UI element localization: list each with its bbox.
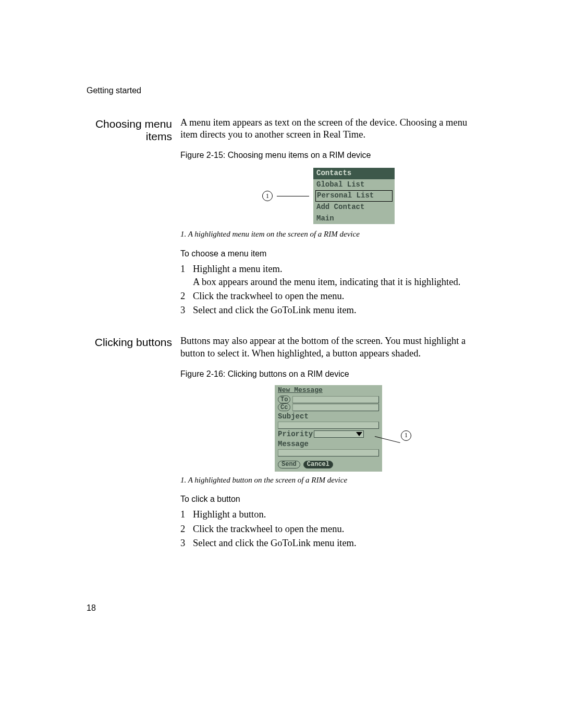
callout-label-1: 1 [262,191,273,201]
rim-subject-label: Subject [275,411,382,422]
rim-menu-item-personal-list: Personal List [315,190,393,202]
rim-form-title: New Message [275,385,382,396]
rim-device-screen-menu: Contacts Global List Personal List Add C… [313,168,395,224]
procedure-heading-click-button: To click a button [180,494,476,504]
step-text: Select and click the GoToLink menu item. [193,304,476,316]
section-clicking-buttons: Clicking buttons Buttons may also appear… [87,335,476,551]
figure-2-16-legend: 1. A highlighted button on the screen of… [180,475,476,485]
rim-cancel-button: Cancel [303,461,333,468]
side-heading-choosing: Choosing menu items [87,117,180,318]
rim-button-row: Send Cancel [275,456,382,468]
step-number: 2 [180,290,193,302]
rim-to-label: To [278,396,290,403]
callout-label-2: 1 [401,430,411,441]
step-row: 3 Select and click the GoToLink menu ite… [180,537,476,549]
rim-menu-item-main: Main [313,213,395,225]
step-text: Highlight a menu item. A box appears aro… [193,263,476,288]
step-number: 3 [180,304,193,316]
page-number: 18 [87,603,96,613]
step-row: 1 Highlight a button. [180,509,476,521]
step-number: 3 [180,537,193,549]
rim-message-label: Message [275,439,382,449]
rim-priority-label: Priority [278,430,313,439]
figure-caption-2-16: Figure 2-16: Clicking buttons on a RIM d… [180,369,476,379]
rim-cc-label: Cc [278,403,290,411]
rim-menu-item-global-list: Global List [313,179,395,191]
side-heading-clicking: Clicking buttons [87,335,180,551]
rim-send-button: Send [278,461,300,468]
step-row: 2 Click the trackwheel to open the menu. [180,290,476,302]
callout-leader-line [277,196,309,196]
step-row: 2 Click the trackwheel to open the menu. [180,523,476,535]
rim-cc-row: Cc [275,403,382,411]
rim-message-field [278,449,379,456]
rim-device-screen-message: New Message To Cc Subject Priority [275,385,382,472]
rim-menu-item-add-contact: Add Contact [313,202,395,213]
section-choosing-menu-items: Choosing menu items A menu item appears … [87,117,476,318]
figure-2-16: New Message To Cc Subject Priority [180,387,476,470]
intro-paragraph-1: A menu item appears as text on the scree… [180,117,476,141]
step-main: Highlight a menu item. [193,263,476,275]
step-number: 2 [180,523,193,535]
page-content: Choosing menu items A menu item appears … [87,117,476,568]
procedure-heading-choose-menu: To choose a menu item [180,249,476,259]
figure-2-15-legend: 1. A highlighted menu item on the screen… [180,229,476,239]
step-text: Click the trackwheel to open the menu. [193,523,476,535]
step-row: 3 Select and click the GoToLink menu ite… [180,304,476,316]
rim-to-field [292,396,379,403]
step-sub: A box appears around the menu item, indi… [193,276,476,288]
step-number: 1 [180,263,193,288]
intro-paragraph-2: Buttons may also appear at the bottom of… [180,335,476,359]
step-row: 1 Highlight a menu item. A box appears a… [180,263,476,288]
body-column-2: Buttons may also appear at the bottom of… [180,335,476,551]
step-number: 1 [180,509,193,521]
rim-cc-field [292,404,379,411]
rim-priority-dropdown [314,430,364,438]
step-text: Click the trackwheel to open the menu. [193,290,476,302]
callout-2: 1 [401,430,411,441]
figure-caption-2-15: Figure 2-15: Choosing menu items on a RI… [180,150,476,161]
body-column-1: A menu item appears as text on the scree… [180,117,476,318]
step-text: Select and click the GoToLink menu item. [193,537,476,549]
step-text: Highlight a button. [193,509,476,521]
rim-menu-header: Contacts [313,168,395,179]
rim-to-row: To [275,396,382,403]
figure-2-15: 1 Contacts Global List Personal List Add… [180,168,476,224]
figure-2-16-frame: New Message To Cc Subject Priority [275,387,382,470]
rim-priority-row: Priority [275,429,382,439]
running-head: Getting started [87,86,141,95]
rim-subject-field [278,422,379,429]
